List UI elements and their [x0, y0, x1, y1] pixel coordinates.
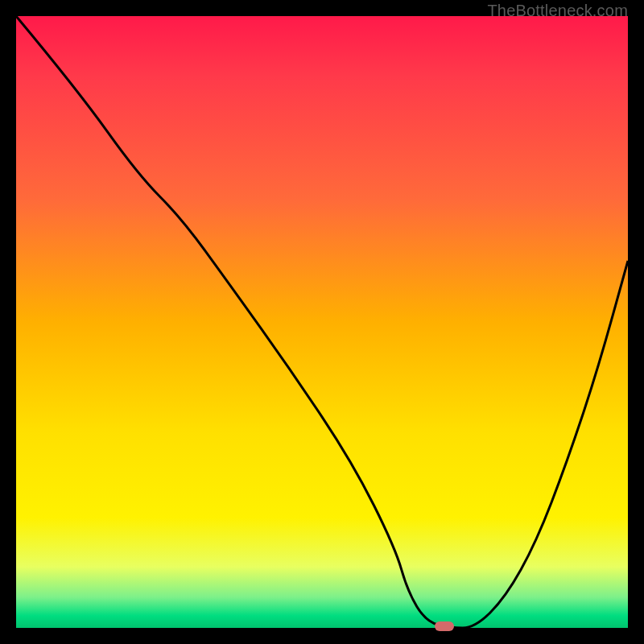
chart-frame: TheBottleneck.com [0, 0, 644, 644]
plot-area [16, 16, 628, 628]
bottleneck-curve [16, 16, 628, 628]
optimal-marker [435, 621, 454, 631]
curve-path [16, 16, 628, 628]
